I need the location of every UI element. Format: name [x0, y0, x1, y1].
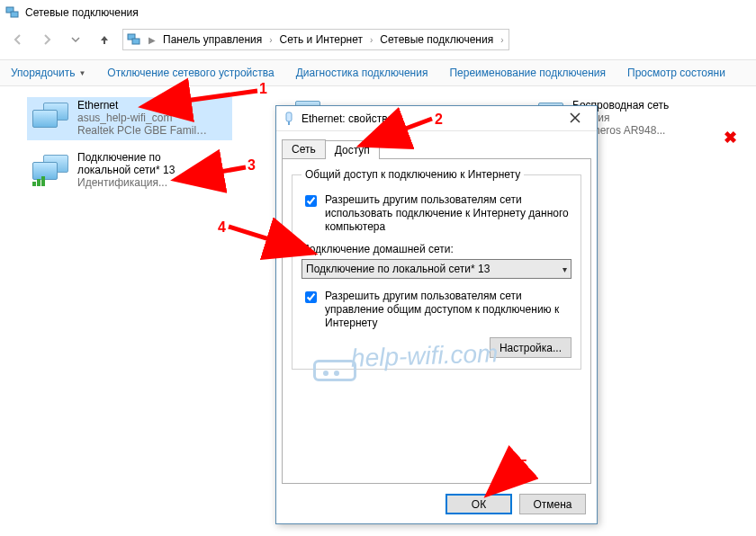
allow-control-row: Разрешить другим пользователям сети упра… [302, 290, 572, 330]
cancel-button[interactable]: Отмена [519, 494, 586, 514]
ethernet-properties-dialog: Ethernet: свойства Сеть Доступ Общий дос… [275, 105, 598, 524]
annotation-5: 5 [519, 458, 527, 474]
allow-control-checkbox[interactable] [305, 291, 317, 303]
toolbar-label: Диагностика подключения [296, 67, 428, 79]
watermark-device-icon [313, 360, 356, 381]
breadcrumb-item[interactable]: Сетевые подключения [376, 33, 497, 46]
tab-panel-sharing: Общий доступ к подключению к Интернету Р… [282, 158, 591, 484]
breadcrumb[interactable]: ▶ Панель управления › Сеть и Интернет › … [122, 29, 509, 50]
chevron-right-icon: › [368, 35, 374, 45]
button-label: Отмена [533, 498, 572, 511]
allow-control-label: Разрешить другим пользователям сети упра… [325, 290, 572, 330]
nav-up-button[interactable] [94, 29, 115, 50]
close-button[interactable] [557, 108, 593, 128]
ethernet-adapter-icon [31, 101, 70, 135]
svg-rect-5 [37, 179, 40, 186]
svg-rect-1 [11, 12, 18, 17]
diagnose-button[interactable]: Диагностика подключения [296, 67, 428, 79]
rename-button[interactable]: Переименование подключения [449, 67, 606, 79]
connection-name: Ethernet [77, 99, 212, 112]
network-connections-icon [5, 5, 20, 20]
annotation-1: 1 [259, 81, 267, 97]
group-legend: Общий доступ к подключению к Интернету [302, 168, 524, 181]
dialog-title: Ethernet: свойства [302, 112, 393, 125]
nav-back-button[interactable] [7, 29, 29, 50]
home-network-combobox[interactable]: Подключение по локальной сети* 13 ▾ [302, 259, 572, 279]
allow-share-checkbox[interactable] [305, 195, 317, 207]
command-bar: Упорядочить ▼ Отключение сетевого устрой… [0, 59, 756, 86]
chevron-right-icon: › [267, 35, 274, 45]
view-status-button[interactable]: Просмотр состояни [627, 67, 725, 79]
settings-button[interactable]: Настройка... [490, 337, 572, 358]
connection-name: Подключение по [77, 151, 175, 164]
nav-recent-button[interactable] [65, 29, 86, 50]
connection-name-cont: локальной сети* 13 [77, 164, 175, 176]
svg-rect-4 [32, 182, 36, 186]
annotation-4: 4 [218, 219, 226, 236]
annotation-3: 3 [248, 157, 256, 174]
tab-network[interactable]: Сеть [282, 139, 326, 158]
chevron-down-icon: ▼ [78, 69, 86, 77]
connection-lan13[interactable]: Подключение по локальной сети* 13 Иденти… [27, 149, 232, 192]
breadcrumb-item[interactable]: Сеть и Интернет [276, 33, 366, 46]
allow-share-label: Разрешить другим пользователям сети испо… [325, 193, 572, 234]
tab-sharing[interactable]: Доступ [325, 140, 380, 159]
annotation-2: 2 [435, 112, 443, 128]
ok-button[interactable]: ОК [446, 494, 512, 514]
close-icon [570, 112, 580, 123]
nav-forward-button[interactable] [36, 29, 58, 50]
breadcrumb-item[interactable]: Панель управления [159, 33, 266, 46]
svg-rect-3 [132, 39, 140, 44]
disabled-x-icon: ✖ [724, 128, 737, 147]
chevron-down-icon: ▾ [562, 264, 567, 274]
ethernet-cable-icon [282, 112, 296, 126]
dialog-buttons: ОК Отмена [446, 494, 586, 514]
allow-share-row: Разрешить другим пользователям сети испо… [302, 193, 572, 234]
tab-label: Сеть [292, 143, 316, 156]
svg-rect-6 [41, 176, 45, 186]
address-bar: ▶ Панель управления › Сеть и Интернет › … [7, 29, 749, 50]
chevron-right-icon: ▶ [147, 35, 158, 45]
network-connections-icon [127, 32, 141, 47]
toolbar-label: Переименование подключения [449, 67, 606, 79]
explorer-titlebar: Сетевые подключения [0, 0, 756, 25]
combobox-value: Подключение по локальной сети* 13 [306, 263, 490, 275]
connection-ethernet[interactable]: Ethernet asus_help-wifi_com Realtek PCIe… [27, 97, 232, 140]
ics-group: Общий доступ к подключению к Интернету Р… [292, 168, 581, 370]
tab-label: Доступ [335, 144, 370, 156]
button-label: ОК [472, 498, 486, 511]
connection-network: asus_help-wifi_com [77, 112, 212, 124]
disable-device-button[interactable]: Отключение сетевого устройства [107, 67, 274, 79]
connection-status: Идентификация... [77, 176, 175, 189]
home-network-label: Подключение домашней сети: [302, 243, 572, 255]
tabstrip: Сеть Доступ [276, 138, 597, 158]
toolbar-label: Просмотр состояни [627, 67, 725, 79]
svg-rect-7 [286, 112, 292, 121]
button-label: Настройка... [500, 342, 562, 354]
lan-adapter-icon [31, 153, 70, 187]
toolbar-label: Упорядочить [11, 67, 75, 79]
organize-menu[interactable]: Упорядочить ▼ [11, 67, 86, 79]
toolbar-label: Отключение сетевого устройства [107, 67, 274, 79]
connection-device: Realtek PCIe GBE Family C... [77, 124, 212, 137]
chevron-right-icon: › [499, 35, 505, 45]
window-title: Сетевые подключения [25, 6, 139, 19]
